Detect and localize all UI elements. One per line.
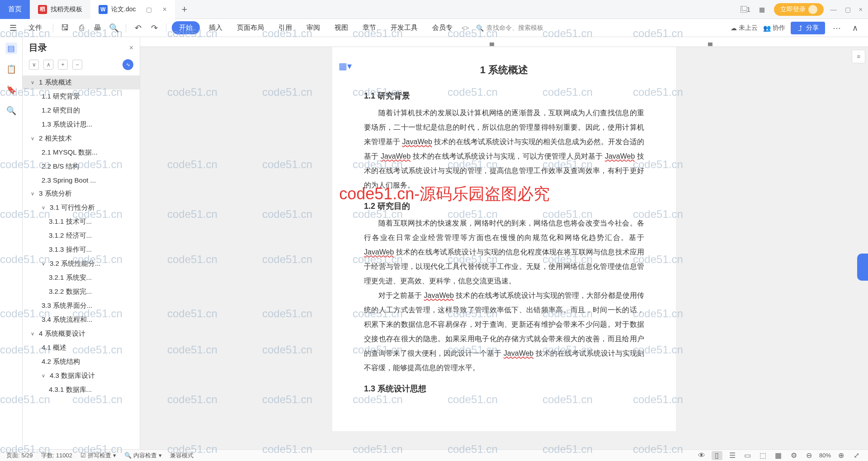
more-icon[interactable]: ⋯: [830, 22, 843, 34]
minimize-button[interactable]: —: [830, 6, 837, 13]
outline-item[interactable]: 1.3 系统设计思...: [23, 118, 140, 132]
outline-item[interactable]: ∨3.1 可行性分析: [23, 201, 140, 215]
search-panel-icon[interactable]: 🔍: [5, 105, 17, 117]
file-menu[interactable]: 文件: [23, 21, 47, 34]
outline-item[interactable]: 3.1.3 操作可...: [23, 243, 140, 257]
bookmark-icon[interactable]: 🔖: [5, 84, 17, 96]
maximize-button[interactable]: ▢: [845, 6, 851, 13]
tab-document[interactable]: W 论文.doc ▢ ×: [90, 0, 175, 19]
menu-insert[interactable]: 插入: [203, 21, 228, 34]
zoom-out-icon[interactable]: ⊖: [804, 451, 815, 460]
outline-icon[interactable]: ▤: [5, 42, 17, 54]
menu-layout[interactable]: 页面布局: [231, 21, 269, 34]
outline-item[interactable]: 1.2 研究目的: [23, 103, 140, 118]
menu-chapter[interactable]: 章节: [357, 21, 382, 34]
menu-member[interactable]: 会员专: [427, 21, 458, 34]
outline-item[interactable]: ∨4.3 数据库设计: [23, 369, 140, 383]
grid-view-icon[interactable]: ▦: [773, 451, 784, 460]
ruler[interactable]: [140, 37, 868, 47]
undo-icon[interactable]: ↶: [132, 22, 144, 34]
add-icon[interactable]: +: [58, 60, 68, 70]
chevron-down-icon[interactable]: ∨: [31, 331, 36, 337]
side-tab[interactable]: [857, 254, 868, 281]
share-button[interactable]: ⮥分享: [791, 22, 825, 34]
outline-item[interactable]: 2.3 Spring Boot ...: [23, 174, 140, 187]
outline-item[interactable]: 4.2 系统结构: [23, 355, 140, 369]
search-box[interactable]: 🔍 查找命令、搜索模板: [472, 23, 547, 33]
menu-dev[interactable]: 开发工具: [385, 21, 423, 34]
web-view-icon[interactable]: ⬚: [758, 451, 769, 460]
ai-icon[interactable]: ∿: [123, 59, 133, 70]
close-icon[interactable]: ×: [162, 5, 166, 14]
fit-icon[interactable]: ⤢: [851, 451, 862, 460]
outline-view-icon[interactable]: ☰: [727, 451, 738, 460]
menu-view[interactable]: 视图: [329, 21, 354, 34]
word-count[interactable]: 字数: 11002: [41, 452, 72, 460]
outline-item[interactable]: 2.2 B/S 结构: [23, 160, 140, 174]
print-icon[interactable]: 🖶: [91, 22, 104, 34]
menu-more[interactable]: <>: [462, 24, 469, 32]
spell-check[interactable]: ☑ 拼写检查 ▾: [80, 452, 116, 460]
clipboard-icon[interactable]: 📋: [5, 63, 17, 75]
outline-item[interactable]: ∨2 相关技术: [23, 132, 140, 146]
expand-all-icon[interactable]: ∧: [43, 60, 53, 70]
outline-item[interactable]: 3.1.2 经济可...: [23, 229, 140, 243]
outline-item[interactable]: 3.2.2 数据完...: [23, 285, 140, 299]
close-outline-icon[interactable]: ×: [129, 44, 133, 52]
page-status[interactable]: 页面: 5/29: [6, 452, 33, 460]
ruler-left-mark[interactable]: [490, 42, 494, 46]
save-icon[interactable]: 🖫: [59, 22, 71, 34]
outline-item[interactable]: ∨3.2 系统性能分...: [23, 257, 140, 271]
ruler-right-mark[interactable]: [708, 42, 712, 46]
outline-item[interactable]: 3.4 系统流程和...: [23, 313, 140, 327]
chevron-down-icon[interactable]: ∨: [31, 80, 36, 85]
cloud-status[interactable]: ☁未上云: [731, 24, 758, 32]
page-marker-icon[interactable]: ▦▾: [339, 61, 352, 71]
collapse-all-icon[interactable]: ∨: [29, 60, 39, 70]
chevron-down-icon[interactable]: ∨: [42, 261, 47, 267]
outline-item[interactable]: 2.1 MYSQL 数据...: [23, 146, 140, 160]
remove-icon[interactable]: −: [72, 60, 82, 70]
tab-home[interactable]: 首页: [0, 0, 30, 19]
menu-ref[interactable]: 引用: [273, 21, 297, 34]
chevron-down-icon[interactable]: ∨: [31, 191, 36, 197]
outline-item[interactable]: 3.3 系统界面分...: [23, 299, 140, 313]
eye-icon[interactable]: 👁: [696, 451, 707, 460]
zoom-in-icon[interactable]: ⊕: [835, 451, 846, 460]
outline-item[interactable]: 4.3.1 数据库...: [23, 383, 140, 397]
login-button[interactable]: 立即登录: [774, 3, 824, 16]
outline-item[interactable]: 1.1 研究背景: [23, 89, 140, 103]
chevron-down-icon[interactable]: ∨: [42, 205, 47, 211]
menu-start[interactable]: 开始: [172, 21, 200, 34]
present-icon[interactable]: ▢: [146, 6, 152, 13]
expand-icon[interactable]: ∧: [849, 22, 861, 34]
page-view-icon[interactable]: ▯: [712, 451, 722, 460]
outline-item[interactable]: ∨3 系统分析: [23, 187, 140, 201]
preview-icon[interactable]: 🔍: [108, 22, 120, 34]
tab-template[interactable]: 稻 找稻壳模板: [30, 0, 90, 19]
collab-button[interactable]: 👥协作: [763, 24, 785, 32]
menu-review[interactable]: 审阅: [301, 21, 326, 34]
save-as-icon[interactable]: ⎙: [75, 22, 88, 34]
outline-list[interactable]: ∨1 系统概述1.1 研究背景1.2 研究目的1.3 系统设计思...∨2 相关…: [23, 75, 140, 445]
chevron-down-icon[interactable]: ∨: [31, 136, 36, 141]
outline-item[interactable]: 4.1 概述: [23, 341, 140, 355]
menu-icon[interactable]: ☰: [7, 22, 19, 34]
chevron-down-icon[interactable]: ∨: [42, 373, 47, 379]
document-scroll[interactable]: ▦▾ 1 系统概述 1.1 研究背景 随着计算机技术的发展以及计算机网络的逐渐普…: [140, 47, 868, 449]
outline-item[interactable]: 3.1.1 技术可...: [23, 215, 140, 229]
format-pane-icon[interactable]: ≡: [852, 50, 865, 63]
zoom-level[interactable]: 80%: [819, 452, 831, 459]
layout-icon[interactable]: ⿺1: [741, 5, 750, 14]
apps-icon[interactable]: ▦: [757, 5, 767, 14]
read-view-icon[interactable]: ▭: [742, 451, 753, 460]
outline-item[interactable]: ∨4 系统概要设计: [23, 327, 140, 341]
content-check[interactable]: 🔍 内容检查 ▾: [124, 452, 162, 460]
outline-item[interactable]: 3.2.1 系统安...: [23, 271, 140, 285]
compat-mode[interactable]: 兼容模式: [170, 452, 193, 460]
outline-item[interactable]: ∨1 系统概述: [23, 75, 140, 89]
redo-icon[interactable]: ↷: [148, 22, 160, 34]
settings-icon[interactable]: ⚙: [788, 451, 799, 460]
new-tab-button[interactable]: +: [175, 0, 194, 19]
close-window-button[interactable]: ×: [859, 6, 863, 13]
